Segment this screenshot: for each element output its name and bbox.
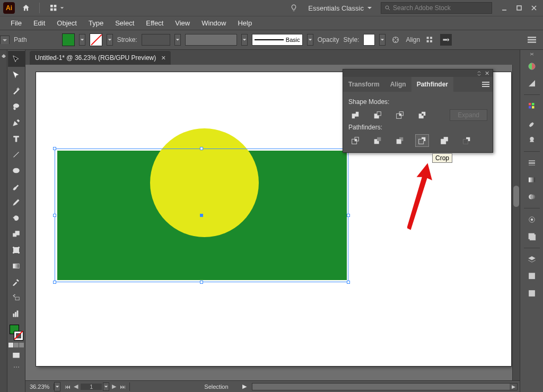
workspace-switcher[interactable]: Essentials Classic (305, 4, 375, 12)
rotate-tool[interactable] (8, 210, 25, 226)
selection-handle[interactable] (53, 281, 56, 284)
pathfinder-merge[interactable] (393, 134, 407, 147)
variable-width-profile[interactable] (185, 34, 237, 46)
column-graph-tool[interactable] (8, 306, 25, 321)
horizontal-scrollbar[interactable]: ◀ ▶ (252, 383, 518, 390)
graphic-style-swatch[interactable] (363, 34, 375, 46)
menu-file[interactable]: File (5, 17, 27, 29)
brush-dropdown[interactable] (307, 34, 313, 46)
menu-effect[interactable]: Effect (141, 17, 169, 29)
panel-tab-transform[interactable]: Transform (343, 77, 385, 92)
panel-tab-pathfinder[interactable]: Pathfinder (411, 77, 453, 92)
color-guide-panel-icon[interactable] (522, 75, 541, 91)
brushes-panel-icon[interactable] (522, 115, 541, 131)
appearance-panel-icon[interactable] (522, 212, 541, 228)
transform-panel-icon[interactable] (440, 34, 452, 46)
window-maximize-button[interactable] (512, 2, 526, 14)
paintbrush-tool[interactable] (8, 178, 25, 194)
pathfinder-trim[interactable] (371, 134, 384, 147)
artboards-panel-icon[interactable] (522, 285, 541, 301)
layers-panel-icon[interactable] (522, 251, 541, 267)
nav-first-icon[interactable]: ⏮ (64, 384, 71, 390)
fill-swatch[interactable] (62, 33, 75, 46)
draw-mode-buttons[interactable] (8, 343, 24, 347)
pathfinder-divide[interactable] (348, 134, 362, 147)
pen-tool[interactable] (8, 115, 25, 130)
asset-export-panel-icon[interactable] (522, 268, 541, 284)
scale-tool[interactable] (8, 226, 25, 242)
selection-center-handle[interactable] (200, 214, 203, 217)
symbols-panel-icon[interactable] (522, 132, 541, 148)
menu-edit[interactable]: Edit (28, 17, 50, 29)
shape-mode-minus-front[interactable] (371, 109, 384, 121)
selection-tool[interactable] (8, 51, 25, 67)
scroll-thumb[interactable] (252, 384, 517, 390)
brush-definition[interactable]: Basic (252, 34, 303, 46)
pencil-tool[interactable] (8, 194, 25, 210)
discover-icon[interactable] (288, 2, 300, 14)
pathfinder-minus-back[interactable] (460, 134, 474, 147)
lasso-tool[interactable] (8, 99, 25, 115)
transparency-panel-icon[interactable] (522, 189, 541, 205)
eyedropper-tool[interactable] (8, 274, 25, 290)
variable-width-dropdown[interactable] (241, 34, 248, 46)
canvas[interactable]: ✕ Transform Align Pathfinder Shape Modes… (25, 65, 520, 380)
menu-object[interactable]: Object (51, 17, 82, 29)
stroke-dropdown[interactable] (107, 34, 113, 46)
line-segment-tool[interactable] (8, 146, 25, 162)
panel-collapse-icon[interactable] (477, 71, 481, 76)
symbol-sprayer-tool[interactable] (8, 290, 25, 306)
panel-tab-align[interactable]: Align (385, 77, 411, 92)
shape-mode-unite[interactable] (348, 109, 362, 121)
selection-bounding-box[interactable] (55, 149, 348, 282)
nav-next-icon[interactable]: ▶ (110, 383, 118, 390)
control-bar-menu-icon[interactable] (526, 34, 538, 46)
selection-handle[interactable] (200, 281, 203, 284)
shape-mode-exclude[interactable] (415, 109, 429, 121)
magic-wand-tool[interactable] (8, 83, 25, 99)
free-transform-tool[interactable] (8, 242, 25, 258)
expand-button[interactable]: Expand (450, 109, 487, 121)
nav-last-icon[interactable]: ⏭ (119, 384, 126, 390)
home-button[interactable] (19, 1, 33, 15)
zoom-level[interactable]: 36.23% (25, 384, 54, 390)
menu-select[interactable]: Select (110, 17, 139, 29)
stroke-weight-field[interactable] (142, 34, 170, 46)
graphic-style-dropdown[interactable] (379, 34, 386, 46)
shape-mode-intersect[interactable] (393, 109, 407, 121)
scroll-right-icon[interactable]: ▶ (510, 384, 517, 390)
gradient-panel-icon[interactable] (522, 172, 541, 188)
panel-menu-icon[interactable] (479, 82, 493, 87)
dock-collapse-grip[interactable] (520, 51, 543, 57)
fill-stroke-control[interactable] (8, 324, 24, 342)
recolor-artwork-icon[interactable] (390, 34, 401, 46)
artboard-navigation[interactable]: ⏮ ◀ 1 ▶ ⏭ (60, 382, 130, 391)
ellipse-tool[interactable] (8, 162, 25, 178)
vscroll-thumb[interactable] (513, 186, 519, 207)
nav-prev-icon[interactable]: ◀ (72, 383, 80, 390)
status-play-icon[interactable]: ▶ (239, 383, 250, 390)
vertical-scrollbar[interactable] (512, 65, 520, 380)
stock-search[interactable] (381, 2, 492, 14)
selection-handle[interactable] (53, 214, 56, 217)
fill-dropdown[interactable] (79, 34, 85, 46)
left-expand-column[interactable] (0, 50, 7, 392)
panel-close-icon[interactable]: ✕ (485, 70, 489, 77)
swatches-panel-icon[interactable] (522, 98, 541, 114)
gradient-tool[interactable] (8, 258, 25, 274)
menu-view[interactable]: View (170, 17, 195, 29)
graphic-styles-panel-icon[interactable] (522, 229, 541, 245)
direct-selection-tool[interactable] (8, 67, 25, 83)
arrange-documents-button[interactable] (46, 4, 67, 12)
document-tab[interactable]: Untitled-1* @ 36.23% (RGB/GPU Preview) × (30, 51, 171, 65)
window-close-button[interactable] (527, 2, 541, 14)
menu-help[interactable]: Help (232, 17, 257, 29)
window-minimize-button[interactable] (497, 2, 511, 14)
control-bar-collapse[interactable] (0, 36, 10, 44)
align-panel-icon[interactable] (424, 34, 436, 46)
artboard-number[interactable]: 1 (81, 384, 102, 390)
zoom-dropdown[interactable] (54, 382, 60, 391)
pathfinder-outline[interactable] (437, 134, 451, 147)
color-panel-icon[interactable] (522, 58, 541, 74)
artboard-dropdown[interactable] (103, 382, 109, 391)
